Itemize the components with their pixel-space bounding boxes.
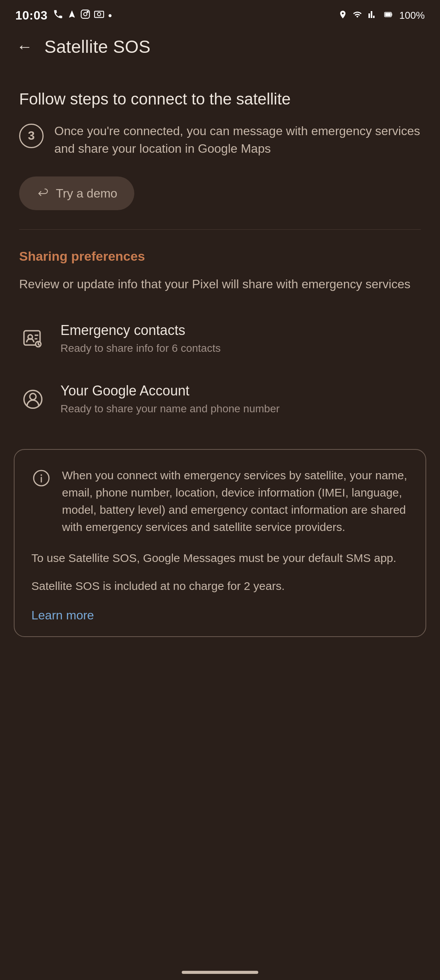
home-indicator bbox=[182, 971, 258, 974]
back-arrow-icon: ← bbox=[16, 38, 33, 56]
step-number: 3 bbox=[28, 129, 35, 143]
google-account-subtitle: Ready to share your name and phone numbe… bbox=[60, 402, 421, 416]
step-section: Follow steps to connect to the satellite… bbox=[0, 74, 440, 165]
step-title: Follow steps to connect to the satellite bbox=[19, 89, 421, 110]
info-box-tertiary-text: Satellite SOS is included at no charge f… bbox=[31, 577, 409, 595]
wifi-icon bbox=[352, 10, 363, 21]
signal-icon bbox=[367, 10, 378, 21]
location-icon bbox=[338, 10, 347, 21]
info-box-main-text: When you connect with emergency services… bbox=[62, 467, 409, 536]
info-box-secondary-text: To use Satellite SOS, Google Messages mu… bbox=[31, 549, 409, 567]
google-account-title: Your Google Account bbox=[60, 383, 421, 399]
navigation-icon bbox=[67, 10, 77, 21]
sharing-section: Sharing preferences Review or update inf… bbox=[0, 230, 440, 301]
step-row: 3 Once you're connected, you can message… bbox=[19, 122, 421, 158]
instagram-icon bbox=[80, 9, 90, 21]
demo-button[interactable]: Try a demo bbox=[19, 176, 134, 210]
battery-icon bbox=[383, 10, 395, 21]
step-header: Follow steps to connect to the satellite bbox=[19, 89, 421, 111]
main-content: Follow steps to connect to the satellite… bbox=[0, 66, 440, 691]
step-description: Once you're connected, you can message w… bbox=[54, 122, 421, 158]
app-bar: ← Satellite SOS bbox=[0, 28, 440, 66]
info-box: When you connect with emergency services… bbox=[14, 449, 426, 637]
info-icon bbox=[31, 468, 51, 488]
demo-icon bbox=[36, 185, 50, 202]
demo-button-container: Try a demo bbox=[0, 165, 440, 229]
camera-icon bbox=[94, 9, 104, 21]
page-title: Satellite SOS bbox=[44, 36, 150, 57]
emergency-contacts-content: Emergency contacts Ready to share info f… bbox=[60, 322, 421, 355]
list-items: Emergency contacts Ready to share info f… bbox=[0, 301, 440, 438]
google-account-item[interactable]: Your Google Account Ready to share your … bbox=[0, 369, 440, 430]
svg-point-1 bbox=[84, 13, 87, 16]
svg-point-11 bbox=[30, 394, 36, 400]
dot-indicator: ● bbox=[108, 11, 112, 20]
emergency-contacts-title: Emergency contacts bbox=[60, 322, 421, 338]
svg-point-2 bbox=[87, 11, 88, 12]
step-number-circle: 3 bbox=[19, 124, 44, 148]
wifi-calling-icon bbox=[53, 9, 64, 22]
emergency-contacts-item[interactable]: Emergency contacts Ready to share info f… bbox=[0, 309, 440, 369]
status-bar-left: 10:03 bbox=[15, 8, 112, 23]
status-icons: ● bbox=[53, 9, 112, 22]
sharing-section-title: Sharing preferences bbox=[19, 249, 421, 264]
emergency-contacts-icon bbox=[19, 325, 47, 353]
google-account-content: Your Google Account Ready to share your … bbox=[60, 383, 421, 416]
svg-rect-6 bbox=[385, 13, 391, 16]
info-box-header: When you connect with emergency services… bbox=[31, 467, 409, 536]
svg-point-4 bbox=[98, 13, 101, 16]
status-bar-right: 100% bbox=[338, 10, 425, 21]
learn-more-link[interactable]: Learn more bbox=[31, 608, 409, 622]
battery-percentage: 100% bbox=[399, 10, 425, 21]
status-bar: 10:03 bbox=[0, 0, 440, 28]
demo-label: Try a demo bbox=[56, 186, 117, 201]
emergency-contacts-subtitle: Ready to share info for 6 contacts bbox=[60, 341, 421, 355]
google-account-icon bbox=[19, 385, 47, 413]
status-time: 10:03 bbox=[15, 8, 47, 23]
back-button[interactable]: ← bbox=[14, 36, 35, 57]
sharing-section-description: Review or update info that your Pixel wi… bbox=[19, 275, 421, 293]
